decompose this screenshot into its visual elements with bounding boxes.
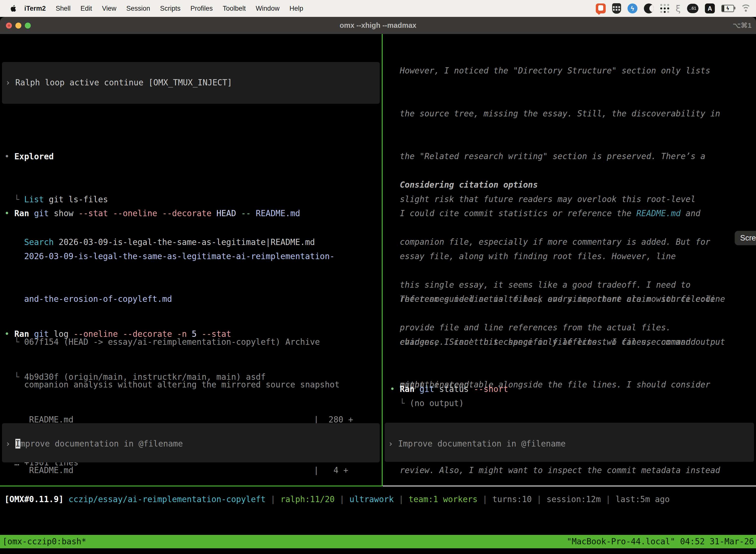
menu-item-view[interactable]: View: [97, 5, 121, 12]
tmux-status-bar: [omx-cczip0:bash* "MacBook-Pro-44.local"…: [0, 535, 756, 548]
macos-menu-bar: iTerm2 Shell Edit View Session Scripts P…: [0, 0, 756, 17]
left-pane-border: [0, 486, 382, 487]
menu-item-edit[interactable]: Edit: [76, 5, 97, 12]
explored-title-line: • Explored: [4, 150, 315, 164]
blue-bolt-icon[interactable]: ϟ: [628, 3, 637, 13]
minimize-button[interactable]: [15, 22, 21, 29]
prompt-text-line: › Improve documentation in @filename: [5, 437, 183, 451]
paragraph-line: However, I noticed the "Directory Struct…: [400, 63, 720, 78]
prompt-text-line: › Improve documentation in @filename: [388, 437, 566, 451]
dark-crescent-icon[interactable]: [644, 3, 654, 13]
tmux-session-label: [omx-cczip0:bash*: [0, 535, 86, 549]
close-button[interactable]: [6, 22, 12, 29]
menu-item-help[interactable]: Help: [285, 5, 308, 12]
window-title-bar: omx --xhigh --madmax ⌥⌘1: [0, 17, 756, 34]
wifi-icon[interactable]: [741, 4, 751, 12]
screen-sharing-overlay[interactable]: Scre: [735, 231, 756, 245]
prompt-input-left[interactable]: › Improve documentation in @filename: [2, 423, 380, 462]
apple-logo-icon: [10, 5, 17, 12]
window-title: omx --xhigh --madmax: [0, 17, 756, 34]
squiggle-icon[interactable]: ξ: [676, 3, 681, 14]
dots-grid-icon[interactable]: [660, 4, 669, 13]
injected-prompt-box[interactable]: › Ralph loop active continue [OMX_TMUX_I…: [2, 62, 380, 104]
injected-prompt-line: › Ralph loop active continue [OMX_TMUX_I…: [5, 75, 232, 90]
menu-item-session[interactable]: Session: [121, 5, 155, 12]
menu-item-window[interactable]: Window: [251, 5, 285, 12]
command-line: • Ran git log --oneline --decorate -n 5 …: [4, 327, 266, 341]
menu-item-shell[interactable]: Shell: [51, 5, 76, 12]
apple-menu-icon[interactable]: [10, 5, 17, 12]
paragraph-line: essay file, along with finding root file…: [400, 249, 715, 264]
prompt-input-right[interactable]: › Improve documentation in @filename: [385, 423, 754, 462]
tmux-pane-left[interactable]: └ No agents completed yet › Ralph loop a…: [0, 34, 382, 486]
shield-grid-icon[interactable]: [612, 3, 621, 14]
paragraph-line: I could cite commit statistics or refere…: [400, 206, 715, 221]
window-shortcut-badge: ⌥⌘1: [733, 17, 752, 34]
zoom-button[interactable]: [25, 22, 31, 29]
menu-item-toolbelt[interactable]: Toolbelt: [218, 5, 251, 12]
screen-recording-icon[interactable]: [596, 3, 606, 13]
menu-item-iterm2[interactable]: iTerm2: [21, 5, 51, 12]
tmux-host-clock: "MacBook-Pro-44.local" 04:52 31-Mar-26: [567, 535, 756, 549]
command-line: • Ran git show --stat --oneline --decora…: [4, 206, 339, 221]
output-line: └ 4b9d30f (origin/main, instructkr/main,…: [4, 370, 266, 384]
menu-bar-status-icons: ϟ ξ ..61 A ϟ: [596, 3, 756, 14]
omx-status-line: [OMX#0.11.9] cczip/essay/ai-reimplementa…: [4, 492, 670, 507]
terminal-content: └ No agents completed yet › Ralph loop a…: [0, 34, 756, 554]
menu-item-scripts[interactable]: Scripts: [155, 5, 186, 12]
paragraph-line: the source tree, missing the essay. Stil…: [400, 107, 720, 121]
paragraph-line: The team guideline is to back every impo…: [400, 292, 725, 306]
menu-item-profiles[interactable]: Profiles: [186, 5, 218, 12]
battery-icon[interactable]: ϟ: [721, 5, 734, 12]
paragraph-line: evidence. Since this change only affects…: [400, 335, 725, 349]
badge-61-icon[interactable]: ..61: [687, 4, 698, 13]
a-key-icon[interactable]: A: [705, 3, 715, 13]
output-line: 2026-03-09-is-legal-the-same-as-legitima…: [4, 249, 339, 264]
tmux-pane-right[interactable]: However, I noticed the "Directory Struct…: [383, 34, 756, 486]
